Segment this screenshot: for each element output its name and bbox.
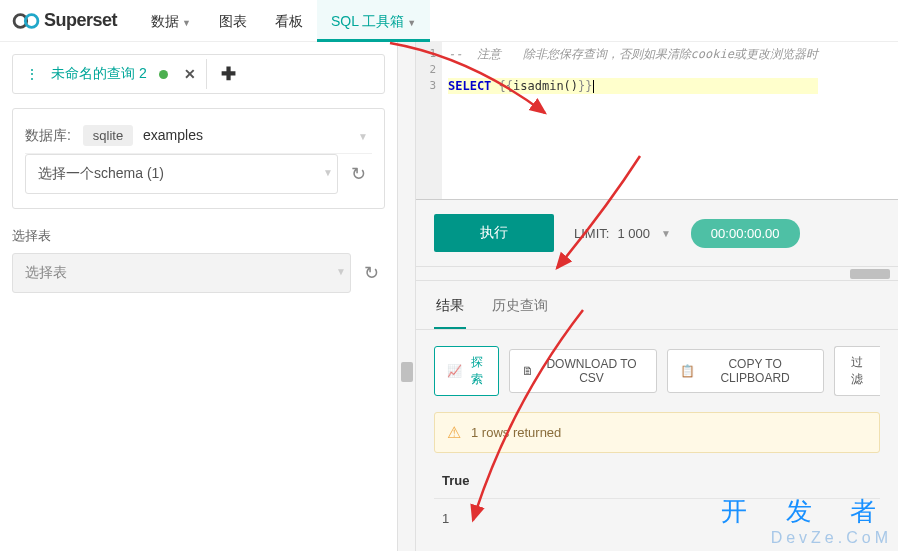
database-engine-chip: sqlite	[83, 125, 133, 146]
unsaved-dot-icon	[159, 70, 168, 79]
warning-icon: ⚠	[447, 423, 461, 442]
run-button[interactable]: 执行	[434, 214, 554, 252]
tab-results[interactable]: 结果	[434, 291, 466, 329]
limit-label: LIMIT:	[574, 226, 609, 241]
timer-badge: 00:00:00.00	[691, 219, 800, 248]
database-label: 数据库:	[25, 127, 71, 143]
scroll-thumb[interactable]	[401, 362, 413, 382]
chevron-down-icon: ▼	[407, 18, 416, 28]
logo-icon	[12, 12, 40, 30]
limit-control[interactable]: LIMIT: 1 000 ▼	[574, 226, 671, 241]
download-csv-button[interactable]: 🗎DOWNLOAD TO CSV	[509, 349, 656, 393]
table-select[interactable]: 选择表 ▼	[12, 253, 351, 293]
tab-history[interactable]: 历史查询	[490, 291, 550, 329]
query-tab-title[interactable]: 未命名的查询 2	[45, 55, 153, 93]
navbar: Superset 数据▼ 图表 看板 SQL 工具箱▼	[0, 0, 898, 42]
logo[interactable]: Superset	[12, 10, 117, 31]
results-alert: ⚠ 1 rows returned	[434, 412, 880, 453]
nav-charts[interactable]: 图表	[205, 0, 261, 42]
schema-select[interactable]: 选择一个schema (1) ▼	[25, 154, 338, 194]
nav-data[interactable]: 数据▼	[137, 0, 205, 42]
explore-button[interactable]: 📈探索	[434, 346, 499, 396]
refresh-tables-button[interactable]: ↻	[357, 262, 385, 284]
text-cursor	[593, 80, 594, 93]
result-actions: 📈探索 🗎DOWNLOAD TO CSV 📋COPY TO CLIPBOARD …	[416, 330, 898, 412]
chevron-down-icon: ▼	[358, 131, 368, 142]
drag-handle-icon[interactable]: ⋮	[13, 56, 45, 92]
close-tab-button[interactable]: ✕	[174, 62, 206, 86]
nav-sql-lab[interactable]: SQL 工具箱▼	[317, 0, 430, 42]
line-gutter: 123	[416, 42, 442, 199]
query-tabs: ⋮ 未命名的查询 2 ✕ ✚	[12, 54, 385, 94]
table-cell: 1	[434, 499, 880, 538]
database-select[interactable]: 数据库: sqlite examples ▼	[25, 119, 372, 154]
clipboard-icon: 📋	[680, 364, 695, 378]
code-line-comment: -- 注意 除非您保存查询，否则如果清除cookie或更改浏览器时	[448, 47, 818, 61]
brand-name: Superset	[44, 10, 117, 31]
chevron-down-icon: ▼	[661, 228, 671, 239]
left-panel: ⋮ 未命名的查询 2 ✕ ✚ 数据库: sqlite examples ▼ 选择…	[0, 42, 398, 551]
nav-dashboards[interactable]: 看板	[261, 0, 317, 42]
filter-button[interactable]: 过滤	[834, 346, 881, 396]
refresh-schema-button[interactable]: ↻	[344, 163, 372, 185]
code-content[interactable]: -- 注意 除非您保存查询，否则如果清除cookie或更改浏览器时 SELECT…	[442, 42, 824, 199]
chevron-down-icon: ▼	[336, 266, 346, 277]
add-tab-button[interactable]: ✚	[206, 59, 250, 89]
run-bar: 执行 LIMIT: 1 000 ▼ 00:00:00.00	[416, 200, 898, 267]
main-content: ⋮ 未命名的查询 2 ✕ ✚ 数据库: sqlite examples ▼ 选择…	[0, 42, 898, 551]
chevron-down-icon: ▼	[182, 18, 191, 28]
table-section-label: 选择表	[12, 227, 385, 245]
splitter-vertical[interactable]	[398, 42, 416, 551]
chart-icon: 📈	[447, 364, 462, 378]
chevron-down-icon: ▼	[323, 167, 333, 178]
sql-editor[interactable]: 123 -- 注意 除非您保存查询，否则如果清除cookie或更改浏览器时 SE…	[416, 42, 898, 200]
copy-clipboard-button[interactable]: 📋COPY TO CLIPBOARD	[667, 349, 824, 393]
scroll-thumb[interactable]	[850, 269, 890, 279]
column-header[interactable]: True	[434, 463, 880, 499]
limit-value: 1 000	[617, 226, 650, 241]
database-name: examples	[143, 127, 203, 143]
datasource-panel: 数据库: sqlite examples ▼ 选择一个schema (1) ▼ …	[12, 108, 385, 209]
editor-area: 123 -- 注意 除非您保存查询，否则如果清除cookie或更改浏览器时 SE…	[416, 42, 898, 551]
splitter-horizontal[interactable]	[416, 267, 898, 281]
result-table: True 1	[434, 463, 880, 538]
download-icon: 🗎	[522, 364, 534, 378]
sql-keyword: SELECT	[448, 79, 491, 93]
result-tabs: 结果 历史查询	[416, 281, 898, 330]
alert-text: 1 rows returned	[471, 425, 561, 440]
